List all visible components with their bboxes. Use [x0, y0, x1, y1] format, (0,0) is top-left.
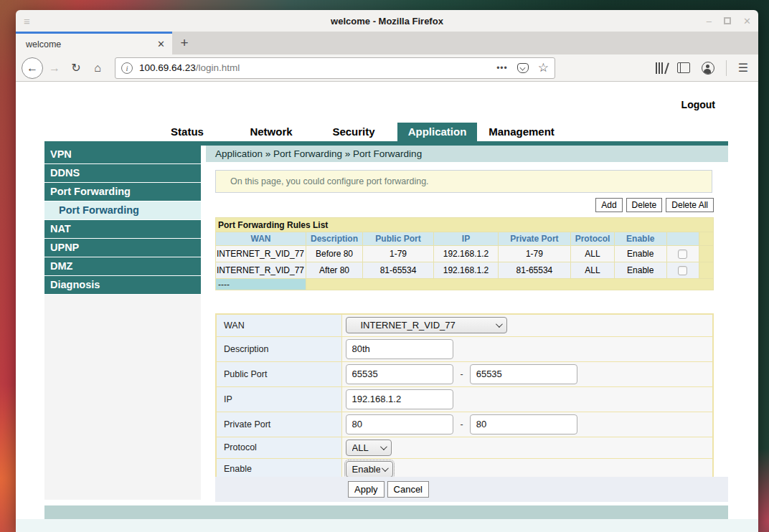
refresh-icon[interactable]: ↻	[66, 58, 86, 78]
browser-tab-welcome[interactable]: welcome ✕	[16, 32, 172, 54]
wan-select[interactable]: INTERNET_R_VID_77	[346, 317, 507, 333]
cell-wan: INTERNET_R_VID_77	[216, 262, 306, 279]
cell-public-port: 81-65534	[362, 262, 433, 279]
sidebar-item-vpn[interactable]: VPN	[44, 146, 201, 163]
cancel-button[interactable]: Cancel	[387, 481, 429, 498]
cell-description: Before 80	[306, 246, 363, 262]
range-separator: -	[461, 419, 463, 429]
public-port-from-field[interactable]	[346, 364, 453, 384]
sidebar-item-dmz[interactable]: DMZ	[44, 257, 201, 275]
page-actions-icon[interactable]: •••	[496, 63, 508, 73]
toolbar-separator	[726, 60, 727, 76]
cell-ip: 192.168.1.2	[434, 246, 499, 262]
title-bar[interactable]: ≡ welcome - Mozilla Firefox – ✕	[16, 10, 758, 32]
url-path: /login.html	[196, 62, 240, 73]
new-tab-button[interactable]: +	[172, 32, 197, 54]
menu-icon[interactable]: ☰	[738, 61, 748, 75]
cell-description: After 80	[306, 262, 363, 279]
rule-select-checkbox[interactable]	[678, 266, 687, 275]
apply-button[interactable]: Apply	[348, 481, 384, 498]
browser-toolbar: ← → ↻ ⌂ i 100.69.64.23/login.html ••• ☆ …	[16, 54, 758, 82]
private-port-to-field[interactable]	[470, 414, 577, 434]
form-submit-row: Apply Cancel	[215, 477, 728, 502]
cell-protocol: ALL	[571, 262, 615, 279]
tab-network[interactable]: Network	[250, 123, 292, 141]
forward-icon[interactable]: →	[44, 58, 65, 78]
tab-security[interactable]: Security	[332, 123, 374, 141]
account-icon[interactable]	[702, 62, 714, 75]
delete-button[interactable]: Delete	[626, 198, 663, 212]
description-label: Description	[216, 336, 341, 361]
col-header-protocol: Protocol	[571, 232, 615, 246]
cell-wan: INTERNET_R_VID_77	[216, 246, 306, 262]
port-forwarding-rules-table: Port Forwarding Rules List WAN Descripti…	[215, 217, 714, 290]
ip-field[interactable]	[346, 389, 453, 409]
public-port-label: Public Port	[216, 361, 341, 386]
url-bar[interactable]: i 100.69.64.23/login.html ••• ☆	[115, 57, 555, 79]
col-header-ip: IP	[434, 232, 499, 246]
browser-window: ≡ welcome - Mozilla Firefox – ✕ welcome …	[16, 10, 758, 532]
sidebar-item-ddns[interactable]: DDNS	[44, 164, 201, 182]
public-port-to-field[interactable]	[470, 364, 577, 384]
protocol-label: Protocol	[216, 437, 341, 458]
col-header-private-port: Private Port	[498, 232, 570, 246]
protocol-select-value: ALL	[352, 442, 369, 453]
col-header-public-port: Public Port	[362, 232, 433, 246]
col-header-wan: WAN	[216, 232, 306, 246]
table-row: INTERNET_R_VID_77 After 80 81-65534 192.…	[216, 262, 714, 279]
range-separator: -	[461, 369, 463, 379]
table-row: INTERNET_R_VID_77 Before 80 1-79 192.168…	[216, 246, 714, 262]
protocol-select[interactable]: ALL	[346, 440, 392, 456]
sidebar-item-upnp[interactable]: UPNP	[44, 239, 201, 257]
placeholder-filler	[306, 279, 714, 290]
page-background-strip	[16, 519, 758, 532]
sidebar-panel-icon[interactable]	[677, 62, 690, 73]
url-text[interactable]: 100.69.64.23/login.html	[139, 62, 240, 73]
placeholder-cell: ----	[216, 279, 306, 290]
sidebar-background	[44, 295, 201, 500]
site-info-icon[interactable]: i	[121, 62, 133, 74]
window-menu-icon[interactable]: ≡	[24, 15, 30, 27]
private-port-label: Private Port	[216, 412, 341, 437]
cell-ip: 192.168.1.2	[434, 262, 499, 279]
tab-management[interactable]: Management	[489, 123, 555, 141]
pocket-icon[interactable]	[517, 63, 529, 73]
maximize-button[interactable]	[724, 17, 731, 24]
window-title: welcome - Mozilla Firefox	[16, 16, 758, 27]
cell-public-port: 1-79	[362, 246, 433, 262]
private-port-from-field[interactable]	[346, 414, 453, 434]
sidebar-item-diagnosis[interactable]: Diagnosis	[44, 276, 201, 294]
add-button[interactable]: Add	[595, 198, 622, 212]
description-field[interactable]	[346, 339, 453, 359]
sidebar-item-port-forwarding[interactable]: Port Forwarding	[44, 183, 201, 201]
chevron-down-icon	[381, 465, 388, 472]
sidebar-item-nat[interactable]: NAT	[44, 220, 201, 238]
cell-filler	[699, 246, 714, 262]
cell-protocol: ALL	[571, 246, 615, 262]
home-icon[interactable]: ⌂	[88, 58, 108, 78]
library-icon[interactable]	[656, 62, 666, 74]
cell-private-port: 81-65534	[498, 262, 570, 279]
col-header-description: Description	[306, 232, 363, 246]
tab-close-icon[interactable]: ✕	[157, 39, 165, 49]
back-icon[interactable]: ←	[22, 57, 43, 79]
breadcrumb: Application » Port Forwarding » Port For…	[206, 146, 728, 162]
delete-all-button[interactable]: Delete All	[666, 198, 714, 212]
tab-application[interactable]: Application	[397, 123, 477, 141]
tab-title: welcome	[26, 39, 157, 49]
minimize-button[interactable]: –	[707, 16, 712, 27]
logout-link[interactable]: Logout	[681, 99, 715, 110]
chevron-down-icon	[495, 320, 502, 328]
page-footer-bar	[44, 505, 728, 519]
sidebar-menu: VPN DDNS Port Forwarding Port Forwarding…	[44, 146, 201, 295]
tab-status[interactable]: Status	[171, 123, 204, 141]
ip-label: IP	[216, 386, 341, 412]
cell-enable: Enable	[614, 246, 666, 262]
sidebar-subitem-port-forwarding[interactable]: Port Forwarding	[44, 201, 201, 219]
tab-bar: welcome ✕ +	[16, 32, 758, 54]
close-button[interactable]: ✕	[743, 16, 751, 27]
enable-select[interactable]: Enable	[346, 461, 393, 478]
bookmark-star-icon[interactable]: ☆	[538, 60, 549, 75]
placeholder-row: ----	[216, 279, 714, 290]
rule-select-checkbox[interactable]	[678, 250, 687, 259]
